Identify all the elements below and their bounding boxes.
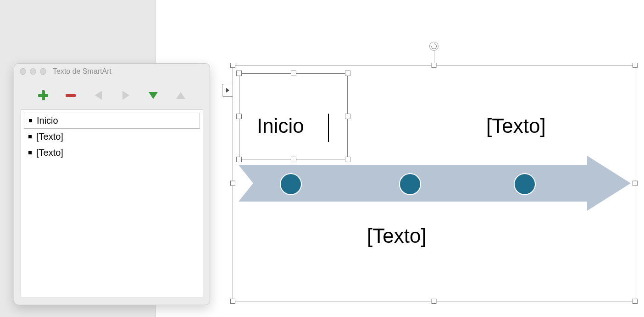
remove-item-icon[interactable] <box>65 89 77 101</box>
expand-text-pane-tab[interactable] <box>222 84 233 97</box>
resize-handle[interactable] <box>633 63 638 68</box>
panel-toolbar <box>14 79 210 109</box>
resize-handle[interactable] <box>432 299 437 304</box>
list-item-text: Inicio <box>37 115 58 126</box>
panel-titlebar[interactable]: Texto de SmartArt <box>14 64 210 79</box>
promote-left-icon[interactable] <box>95 91 102 100</box>
list-item[interactable]: [Texto] <box>21 145 203 161</box>
list-item-text: [Texto] <box>36 148 63 158</box>
panel-title: Texto de SmartArt <box>53 67 204 76</box>
move-down-icon[interactable] <box>149 92 158 99</box>
resize-handle[interactable] <box>633 181 638 186</box>
resize-handle[interactable] <box>432 63 437 68</box>
list-item[interactable]: [Texto] <box>21 129 203 145</box>
bullet-icon <box>29 119 32 122</box>
smartart-text-panel[interactable]: Texto de SmartArt Inicio [Texto] [Texto] <box>14 63 210 305</box>
resize-handle[interactable] <box>230 63 235 68</box>
rotate-handle[interactable] <box>429 42 439 51</box>
list-item-text: [Texto] <box>36 131 63 142</box>
list-item[interactable]: Inicio <box>24 113 200 129</box>
resize-handle[interactable] <box>230 181 235 186</box>
panel-item-list[interactable]: Inicio [Texto] [Texto] <box>21 109 203 297</box>
resize-handle[interactable] <box>633 299 638 304</box>
window-close-button[interactable] <box>20 68 26 75</box>
window-minimize-button[interactable] <box>30 68 36 75</box>
bullet-icon <box>28 135 32 138</box>
move-up-icon[interactable] <box>176 92 185 99</box>
smartart-selection-frame[interactable] <box>233 65 635 301</box>
resize-handle[interactable] <box>230 299 235 304</box>
bullet-icon <box>28 151 32 154</box>
demote-right-icon[interactable] <box>122 91 129 100</box>
add-item-icon[interactable] <box>37 89 49 101</box>
window-zoom-button[interactable] <box>40 68 46 75</box>
